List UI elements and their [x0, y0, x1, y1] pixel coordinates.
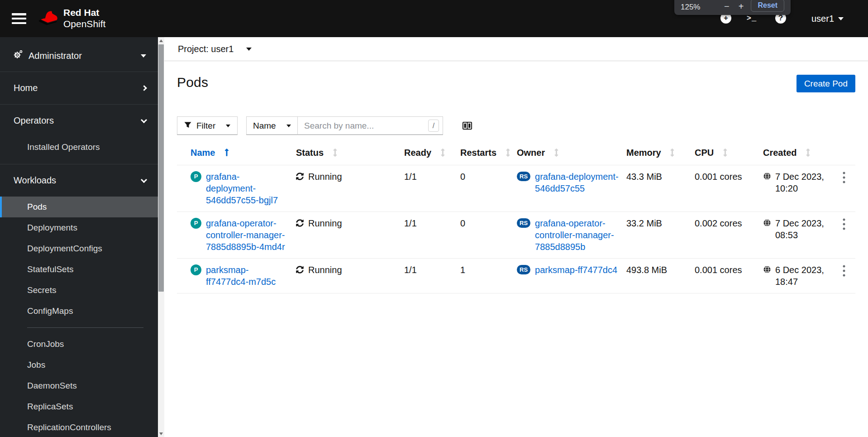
column-header-cpu[interactable]: CPU: [691, 144, 759, 165]
kebab-menu-icon[interactable]: [840, 264, 848, 279]
manage-columns-button[interactable]: [462, 120, 472, 131]
browser-zoom-bubble: 125% − + Reset: [674, 0, 791, 15]
cpu-value: 0.001 cores: [695, 172, 742, 182]
pod-badge: P: [191, 264, 201, 275]
sidebar-item-daemonsets[interactable]: DaemonSets: [0, 375, 158, 396]
restarts-value: 0: [460, 218, 465, 228]
scrollbar-thumb[interactable]: [158, 44, 164, 292]
sidebar-item-installed-operators[interactable]: Installed Operators: [0, 137, 158, 158]
zoom-reset-button[interactable]: Reset: [751, 0, 784, 12]
chevron-right-icon: [141, 85, 147, 91]
owner-link[interactable]: grafana-operator-controller-manager-7885…: [535, 217, 619, 253]
ready-value: 1/1: [404, 265, 417, 275]
chevron-down-icon: [838, 17, 844, 20]
search-type-select[interactable]: Name: [246, 116, 297, 135]
sync-running-icon: [296, 217, 304, 230]
sidebar-item-pods[interactable]: Pods: [0, 197, 158, 217]
globe-timestamp-icon: [763, 171, 771, 183]
sync-running-icon: [296, 171, 304, 183]
sidebar-item-jobs[interactable]: Jobs: [0, 355, 158, 375]
table-row: P grafana-operator-controller-manager-78…: [177, 212, 855, 259]
redhat-fedora-icon: [37, 10, 58, 27]
sort-both-icon: [333, 149, 337, 159]
brand-line1: Red Hat: [63, 7, 105, 19]
column-header-restarts[interactable]: Restarts: [457, 144, 513, 165]
filter-dropdown[interactable]: Filter: [177, 116, 238, 135]
created-value: 7 Dec 2023, 10:20: [775, 171, 833, 194]
column-header-memory[interactable]: Memory: [623, 144, 691, 165]
filter-funnel-icon: [184, 121, 191, 131]
chevron-down-icon: [141, 176, 147, 182]
search-field-wrap: /: [297, 116, 443, 135]
sidebar-item-secrets[interactable]: Secrets: [0, 280, 158, 301]
brand-text: Red Hat OpenShift: [63, 7, 105, 30]
chevron-down-icon: [141, 54, 146, 58]
openshift-logo[interactable]: Red Hat OpenShift: [37, 7, 105, 30]
column-header-owner[interactable]: Owner: [513, 144, 623, 165]
gear-icon: [13, 49, 23, 62]
globe-timestamp-icon: [763, 217, 771, 230]
sidebar-item-deployments[interactable]: Deployments: [0, 217, 158, 238]
sort-both-icon: [554, 149, 558, 159]
zoom-in-button[interactable]: +: [734, 1, 749, 12]
masthead: Red Hat OpenShift + >_ ? user1 125% − + …: [0, 0, 868, 37]
sidebar-group-operators[interactable]: Operators: [0, 105, 158, 137]
cpu-value: 0.001 cores: [695, 265, 742, 275]
column-header-status[interactable]: Status: [292, 144, 401, 165]
created-value: 6 Dec 2023, 18:47: [775, 264, 833, 288]
workloads-label: Workloads: [14, 175, 56, 186]
user-menu[interactable]: user1: [811, 0, 844, 37]
sidebar-item-home[interactable]: Home: [0, 72, 158, 104]
zoom-level: 125%: [681, 3, 700, 12]
column-header-created[interactable]: Created: [759, 144, 836, 165]
created-value: 7 Dec 2023, 08:53: [775, 217, 833, 241]
column-header-ready[interactable]: Ready: [401, 144, 457, 165]
sort-both-icon: [670, 149, 674, 159]
sidebar-item-configmaps[interactable]: ConfigMaps: [0, 301, 158, 322]
pod-link[interactable]: grafana-operator-controller-manager-7885…: [206, 217, 289, 253]
memory-value: 33.2 MiB: [626, 218, 662, 228]
sort-both-icon: [441, 149, 445, 159]
pod-badge: P: [191, 171, 201, 182]
sidebar-scrollbar[interactable]: [158, 37, 164, 437]
scroll-down-icon[interactable]: [158, 430, 164, 437]
kebab-menu-icon[interactable]: [840, 217, 848, 232]
filter-label: Filter: [196, 121, 215, 131]
project-dropdown[interactable]: Project: user1: [164, 37, 868, 61]
pod-link[interactable]: grafana-deployment-546dd57c55-bgjl7: [206, 171, 289, 206]
sync-running-icon: [296, 264, 304, 276]
search-type-label: Name: [253, 121, 276, 131]
perspective-switcher[interactable]: Administrator: [0, 37, 158, 72]
chevron-down-icon: [286, 125, 291, 127]
sidebar-item-replicasets[interactable]: ReplicaSets: [0, 396, 158, 417]
sidebar-item-deploymentconfigs[interactable]: DeploymentConfigs: [0, 238, 158, 259]
status-text: Running: [308, 264, 342, 276]
sort-both-icon: [806, 149, 810, 159]
nav-toggle-icon[interactable]: [12, 13, 26, 24]
restarts-value: 0: [460, 172, 465, 182]
sort-both-icon: [506, 149, 510, 159]
column-header-name[interactable]: Name: [177, 144, 292, 165]
slash-shortcut-hint: /: [428, 120, 439, 132]
chevron-down-icon: [226, 125, 230, 127]
filter-toolbar: Filter Name /: [177, 116, 855, 135]
sidebar: Administrator Home Operators Installed O…: [0, 37, 164, 437]
sidebar-item-statefulsets[interactable]: StatefulSets: [0, 259, 158, 280]
owner-link[interactable]: parksmap-ff7477dc4: [535, 264, 617, 276]
sidebar-item-cronjobs[interactable]: CronJobs: [0, 334, 158, 355]
owner-link[interactable]: grafana-deployment-546dd57c55: [535, 171, 619, 194]
create-pod-button[interactable]: Create Pod: [796, 75, 855, 92]
kebab-menu-icon[interactable]: [840, 171, 848, 186]
username: user1: [811, 14, 834, 24]
search-input[interactable]: [297, 116, 443, 135]
sort-both-icon: [723, 149, 727, 159]
status-text: Running: [308, 217, 342, 229]
sidebar-item-replicationcontrollers[interactable]: ReplicationControllers: [0, 417, 158, 437]
zoom-out-button[interactable]: −: [720, 1, 734, 12]
cpu-value: 0.002 cores: [695, 218, 742, 228]
scroll-up-icon[interactable]: [158, 37, 164, 44]
replicaset-badge: RS: [517, 172, 530, 181]
sidebar-group-workloads[interactable]: Workloads: [0, 164, 158, 197]
pod-link[interactable]: parksmap-ff7477dc4-m7d5c: [206, 264, 289, 288]
brand-line2: OpenShift: [63, 19, 105, 30]
